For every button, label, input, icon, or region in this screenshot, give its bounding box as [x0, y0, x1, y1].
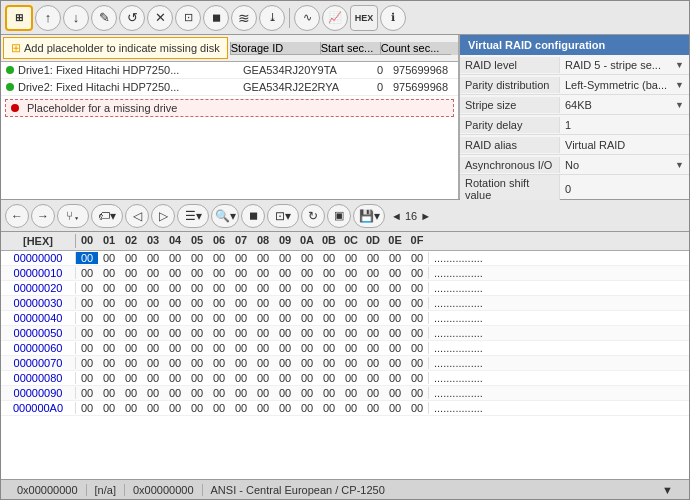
hex-byte-8-12[interactable]: 00: [340, 372, 362, 384]
hex-offset-2[interactable]: 00000020: [1, 282, 76, 294]
hex-byte-7-15[interactable]: 00: [406, 357, 428, 369]
hex-byte-2-0[interactable]: 00: [76, 282, 98, 294]
hex-byte-6-6[interactable]: 00: [208, 342, 230, 354]
hex-byte-10-8[interactable]: 00: [252, 402, 274, 414]
hex-byte-10-15[interactable]: 00: [406, 402, 428, 414]
parity-delay-value[interactable]: 1: [560, 117, 689, 133]
hex-byte-6-12[interactable]: 00: [340, 342, 362, 354]
hex-byte-1-10[interactable]: 00: [296, 267, 318, 279]
hex-byte-2-6[interactable]: 00: [208, 282, 230, 294]
hex-byte-5-3[interactable]: 00: [142, 327, 164, 339]
hex-byte-9-13[interactable]: 00: [362, 387, 384, 399]
hex-byte-1-3[interactable]: 00: [142, 267, 164, 279]
hex-byte-2-1[interactable]: 00: [98, 282, 120, 294]
hex-byte-9-12[interactable]: 00: [340, 387, 362, 399]
hex-byte-1-9[interactable]: 00: [274, 267, 296, 279]
hex-byte-7-6[interactable]: 00: [208, 357, 230, 369]
save-hex-button[interactable]: ◼: [241, 204, 265, 228]
hex-byte-3-3[interactable]: 00: [142, 297, 164, 309]
hex-byte-5-2[interactable]: 00: [120, 327, 142, 339]
hex-byte-3-2[interactable]: 00: [120, 297, 142, 309]
hex-byte-5-15[interactable]: 00: [406, 327, 428, 339]
hex-byte-0-7[interactable]: 00: [230, 252, 252, 264]
hex-byte-10-7[interactable]: 00: [230, 402, 252, 414]
hex-offset-3[interactable]: 00000030: [1, 297, 76, 309]
hex-byte-10-6[interactable]: 00: [208, 402, 230, 414]
search-button[interactable]: 🔍▾: [211, 204, 239, 228]
hex-byte-4-0[interactable]: 00: [76, 312, 98, 324]
hex-byte-6-1[interactable]: 00: [98, 342, 120, 354]
hex-byte-0-4[interactable]: 00: [164, 252, 186, 264]
hex-byte-9-15[interactable]: 00: [406, 387, 428, 399]
hex-byte-6-15[interactable]: 00: [406, 342, 428, 354]
status-encoding[interactable]: ANSI - Central European / CP-1250 ▼: [203, 484, 681, 496]
hex-offset-0[interactable]: 00000000: [1, 252, 76, 264]
hex-byte-7-8[interactable]: 00: [252, 357, 274, 369]
hex-byte-3-12[interactable]: 00: [340, 297, 362, 309]
hex-byte-5-0[interactable]: 00: [76, 327, 98, 339]
hex-byte-0-15[interactable]: 00: [406, 252, 428, 264]
hex-byte-4-13[interactable]: 00: [362, 312, 384, 324]
hex-byte-1-13[interactable]: 00: [362, 267, 384, 279]
hex-byte-3-9[interactable]: 00: [274, 297, 296, 309]
hex-byte-5-4[interactable]: 00: [164, 327, 186, 339]
hex-offset-4[interactable]: 00000040: [1, 312, 76, 324]
hex-byte-3-10[interactable]: 00: [296, 297, 318, 309]
hex-byte-3-5[interactable]: 00: [186, 297, 208, 309]
add-placeholder-button-2[interactable]: ⊞ Add placeholder to indicate missing di…: [3, 37, 228, 59]
drive-row-2[interactable]: Drive2: Fixed Hitachi HDP7250... GEA534R…: [1, 79, 458, 96]
hex-byte-3-1[interactable]: 00: [98, 297, 120, 309]
hex-byte-2-7[interactable]: 00: [230, 282, 252, 294]
hex-byte-6-5[interactable]: 00: [186, 342, 208, 354]
hex-byte-8-15[interactable]: 00: [406, 372, 428, 384]
list-button[interactable]: ☰▾: [177, 204, 209, 228]
hex-byte-2-15[interactable]: 00: [406, 282, 428, 294]
hex-byte-4-1[interactable]: 00: [98, 312, 120, 324]
hex-offset-10[interactable]: 000000A0: [1, 402, 76, 414]
hex-byte-7-2[interactable]: 00: [120, 357, 142, 369]
hex-byte-5-10[interactable]: 00: [296, 327, 318, 339]
hex-byte-2-8[interactable]: 00: [252, 282, 274, 294]
hex-byte-3-0[interactable]: 00: [76, 297, 98, 309]
hex-byte-8-0[interactable]: 00: [76, 372, 98, 384]
hex-byte-10-10[interactable]: 00: [296, 402, 318, 414]
undo-button[interactable]: ↺: [119, 5, 145, 31]
hex-byte-10-14[interactable]: 00: [384, 402, 406, 414]
hex-byte-5-12[interactable]: 00: [340, 327, 362, 339]
hex-byte-9-7[interactable]: 00: [230, 387, 252, 399]
info-button[interactable]: ℹ: [380, 5, 406, 31]
nav-back-button[interactable]: ←: [5, 204, 29, 228]
export-button[interactable]: ⤓: [259, 5, 285, 31]
hex-byte-7-10[interactable]: 00: [296, 357, 318, 369]
hex-offset-9[interactable]: 00000090: [1, 387, 76, 399]
add-placeholder-button[interactable]: ⊞: [5, 5, 33, 31]
hex-byte-9-8[interactable]: 00: [252, 387, 274, 399]
save-button[interactable]: ◼: [203, 5, 229, 31]
hex-byte-9-5[interactable]: 00: [186, 387, 208, 399]
hex-byte-0-12[interactable]: 00: [340, 252, 362, 264]
hex-byte-1-4[interactable]: 00: [164, 267, 186, 279]
hex-byte-5-14[interactable]: 00: [384, 327, 406, 339]
move-up-button[interactable]: ↑: [35, 5, 61, 31]
hex-byte-0-13[interactable]: 00: [362, 252, 384, 264]
hex-byte-8-8[interactable]: 00: [252, 372, 274, 384]
hex-byte-8-10[interactable]: 00: [296, 372, 318, 384]
hex-byte-7-7[interactable]: 00: [230, 357, 252, 369]
hex-offset-7[interactable]: 00000070: [1, 357, 76, 369]
hex-byte-8-1[interactable]: 00: [98, 372, 120, 384]
hex-byte-8-14[interactable]: 00: [384, 372, 406, 384]
async-io-value[interactable]: No ▼: [560, 157, 689, 173]
hex-byte-4-2[interactable]: 00: [120, 312, 142, 324]
copy-hex-button[interactable]: ⊡▾: [267, 204, 299, 228]
hex-byte-4-10[interactable]: 00: [296, 312, 318, 324]
drive-row-1[interactable]: Drive1: Fixed Hitachi HDP7250... GEA534R…: [1, 62, 458, 79]
hex-byte-6-9[interactable]: 00: [274, 342, 296, 354]
hex-byte-6-0[interactable]: 00: [76, 342, 98, 354]
hex-byte-9-9[interactable]: 00: [274, 387, 296, 399]
hex-byte-1-8[interactable]: 00: [252, 267, 274, 279]
hex-byte-4-5[interactable]: 00: [186, 312, 208, 324]
hex-byte-3-4[interactable]: 00: [164, 297, 186, 309]
hex-byte-2-10[interactable]: 00: [296, 282, 318, 294]
page-nav-prev[interactable]: ◄: [391, 210, 402, 222]
hex-byte-2-5[interactable]: 00: [186, 282, 208, 294]
